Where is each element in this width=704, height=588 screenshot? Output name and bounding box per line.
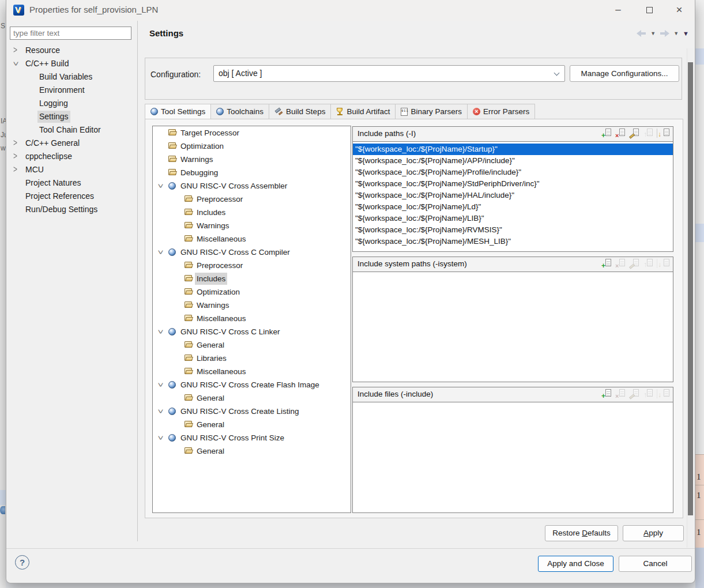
include-path-row[interactable]: "${workspace_loc:/${ProjName}/HAL/includ… [353, 190, 673, 201]
sidebar-item-resource[interactable]: >Resource [7, 44, 137, 57]
move-down-icon[interactable]: ↓ [657, 129, 670, 138]
tool-tree-item-optimization[interactable]: Optimization [153, 285, 351, 299]
include-path-row[interactable]: "${workspace_loc:/${ProjName}/APP/includ… [353, 155, 673, 167]
forward-history-dropdown-icon[interactable]: ▼ [673, 31, 679, 36]
include-files-list[interactable] [352, 402, 673, 513]
tool-tree-item-gnu-risc-v-cross-assembler[interactable]: >GNU RISC-V Cross Assembler [153, 179, 351, 193]
chevron-right-icon[interactable]: > [13, 44, 21, 57]
tab-toolchains[interactable]: Toolchains [210, 104, 269, 119]
add-icon[interactable]: + [601, 389, 612, 398]
sidebar-item-logging[interactable]: Logging [7, 97, 137, 110]
chevron-down-icon[interactable]: > [158, 405, 162, 418]
sidebar-item-tool-chain-editor[interactable]: Tool Chain Editor [7, 123, 137, 137]
vertical-scrollbar[interactable] [687, 48, 694, 548]
sidebar-item-project-natures[interactable]: Project Natures [7, 176, 137, 190]
sidebar-item-settings[interactable]: Settings [7, 110, 137, 123]
tool-tree-item-gnu-risc-v-cross-create-flash-image[interactable]: >GNU RISC-V Cross Create Flash Image [153, 378, 351, 391]
restore-defaults-button[interactable]: Restore Defaults [545, 525, 618, 541]
tool-tree-item-miscellaneous[interactable]: Miscellaneous [153, 312, 351, 325]
include-paths-list[interactable]: "${workspace_loc:/${ProjName}/Startup}""… [352, 141, 673, 252]
tool-tree-item-gnu-risc-v-cross-print-size[interactable]: >GNU RISC-V Cross Print Size [153, 431, 351, 444]
maximize-button[interactable] [636, 0, 662, 20]
filter-input[interactable] [10, 27, 131, 40]
tool-tree-item-general[interactable]: General [153, 418, 351, 431]
tab-binary-parsers[interactable]: Binary Parsers [395, 104, 467, 119]
chevron-down-icon[interactable]: > [158, 246, 162, 259]
include-path-row[interactable]: "${workspace_loc:/${ProjName}/MESH_LIB}" [353, 236, 673, 247]
close-button[interactable]: × [666, 0, 692, 20]
delete-icon[interactable]: × [615, 129, 626, 138]
chevron-down-icon[interactable]: > [158, 431, 162, 444]
include-system-paths-title: Include system paths (-isystem) [357, 259, 467, 268]
back-history-dropdown-icon[interactable]: ▼ [650, 31, 656, 36]
tab-build-artifact[interactable]: Build Artifact [330, 104, 395, 119]
view-menu-icon[interactable]: ▼ [683, 30, 689, 37]
include-path-row[interactable]: "${workspace_loc:/${ProjName}/Profile/in… [353, 167, 673, 178]
tool-tree-item-optimization[interactable]: Optimization [153, 140, 351, 153]
tool-tree-item-target-processor[interactable]: Target Processor [153, 126, 351, 140]
configuration-combo[interactable]: obj [ Active ] [213, 65, 565, 82]
tool-tree-item-miscellaneous[interactable]: Miscellaneous [153, 365, 351, 378]
error-icon [473, 108, 480, 115]
chevron-right-icon[interactable]: > [13, 163, 21, 176]
tool-tree-item-general[interactable]: General [153, 391, 351, 405]
back-arrow-icon[interactable] [637, 30, 646, 37]
background-text-fragment: IA [1, 117, 6, 125]
chevron-down-icon[interactable]: > [158, 378, 162, 391]
tool-tree-item-warnings[interactable]: Warnings [153, 153, 351, 166]
include-path-row[interactable]: "${workspace_loc:/${ProjName}/Startup}" [353, 144, 673, 155]
sidebar-item-c-c-build[interactable]: >C/C++ Build [7, 57, 137, 70]
tab-error-parsers[interactable]: Error Parsers [467, 104, 535, 119]
tab-tool-settings[interactable]: Tool Settings [145, 104, 210, 119]
help-button[interactable]: ? [15, 555, 29, 570]
chevron-down-icon[interactable]: > [158, 325, 162, 338]
manage-configurations-button[interactable]: Manage Configurations... [570, 65, 679, 82]
tool-tree-item-miscellaneous[interactable]: Miscellaneous [153, 232, 351, 246]
tool-tree-item-general[interactable]: General [153, 444, 351, 458]
sidebar-item-cppcheclipse[interactable]: >cppcheclipse [7, 150, 137, 163]
sidebar-item-mcu[interactable]: >MCU [7, 163, 137, 176]
edit-icon[interactable] [629, 129, 639, 138]
tool-tree-item-gnu-risc-v-cross-create-listing[interactable]: >GNU RISC-V Cross Create Listing [153, 405, 351, 418]
include-system-paths-list[interactable] [352, 272, 673, 382]
tool-tree-item-preprocessor[interactable]: Preprocessor [153, 193, 351, 206]
tool-tree-item-libraries[interactable]: Libraries [153, 352, 351, 365]
sidebar-item-build-variables[interactable]: Build Variables [7, 70, 137, 84]
category-page-icon [185, 262, 194, 269]
tool-tree-item-warnings[interactable]: Warnings [153, 219, 351, 232]
chevron-down-icon[interactable]: > [158, 179, 162, 193]
title-bar[interactable]: Properties for self_provision_LPN – × [6, 0, 695, 21]
include-path-row[interactable]: "${workspace_loc:/${ProjName}/LIB}" [353, 213, 673, 224]
sidebar-item-c-c-general[interactable]: >C/C++ General [7, 137, 137, 150]
tool-tree-item-gnu-risc-v-cross-c-compiler[interactable]: >GNU RISC-V Cross C Compiler [153, 246, 351, 259]
include-path-row[interactable]: "${workspace_loc:/${ProjName}/StdPeriphD… [353, 178, 673, 190]
sidebar-item-environment[interactable]: Environment [7, 84, 137, 97]
tool-tree-item-includes[interactable]: Includes [153, 206, 351, 219]
tool-tree-item-includes[interactable]: Includes [153, 272, 351, 285]
sidebar-item-label: Build Variables [37, 71, 94, 83]
tab-build-steps[interactable]: Build Steps [269, 104, 330, 119]
tool-tree-item-gnu-risc-v-cross-c-linker[interactable]: >GNU RISC-V Cross C Linker [153, 325, 351, 338]
move-up-icon: ↑ [643, 389, 653, 398]
chevron-down-icon[interactable]: > [13, 57, 21, 70]
tool-tree-item-general[interactable]: General [153, 338, 351, 352]
tool-tree-item-warnings[interactable]: Warnings [153, 299, 351, 312]
sidebar-item-run-debug-settings[interactable]: Run/Debug Settings [7, 203, 137, 216]
category-page-icon [168, 156, 178, 163]
minimize-button[interactable]: – [605, 0, 631, 20]
app-logo-icon [13, 5, 24, 16]
tool-tree-item-debugging[interactable]: Debugging [153, 166, 351, 179]
apply-button[interactable]: Apply [623, 525, 684, 541]
add-icon[interactable]: + [601, 259, 612, 268]
scrollbar-thumb[interactable] [688, 62, 693, 515]
add-icon[interactable]: + [601, 129, 612, 138]
sidebar-item-project-references[interactable]: Project References [7, 190, 137, 203]
page-title: Settings [149, 28, 183, 38]
forward-arrow-icon[interactable] [660, 30, 669, 37]
tool-tree-item-preprocessor[interactable]: Preprocessor [153, 259, 351, 272]
include-path-row[interactable]: "${workspace_loc:/${ProjName}/Ld}" [353, 201, 673, 213]
category-page-icon [185, 195, 194, 202]
cancel-button[interactable]: Cancel [619, 556, 692, 572]
include-path-row[interactable]: "${workspace_loc:/${ProjName}/RVMSIS}" [353, 224, 673, 236]
apply-and-close-button[interactable]: Apply and Close [538, 556, 613, 572]
